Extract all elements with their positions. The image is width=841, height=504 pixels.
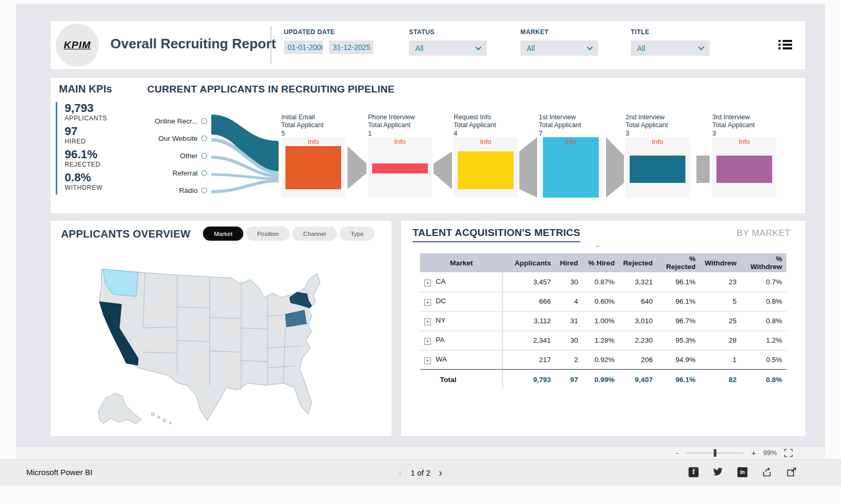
open-in-new-icon[interactable] bbox=[786, 467, 797, 477]
zoom-slider-thumb[interactable] bbox=[714, 449, 716, 457]
node-circle-icon bbox=[201, 170, 207, 176]
tab-market[interactable]: Market bbox=[203, 227, 243, 241]
status-dropdown[interactable]: All bbox=[409, 40, 487, 56]
expand-icon[interactable]: + bbox=[424, 338, 431, 345]
expand-icon[interactable]: + bbox=[424, 299, 431, 306]
tab-position[interactable]: Position bbox=[246, 227, 290, 241]
stage-bar[interactable] bbox=[716, 156, 772, 183]
date-from-input[interactable]: 01-01-2000 bbox=[284, 40, 323, 54]
expand-icon[interactable]: + bbox=[424, 280, 431, 286]
connector-arrow bbox=[519, 137, 537, 198]
prev-page-icon[interactable]: ‹ bbox=[399, 467, 403, 479]
report-canvas: KPIM Overall Recruiting Report UPDATED D… bbox=[16, 4, 825, 446]
expand-icon[interactable]: + bbox=[424, 318, 431, 325]
applicants-overview-panel: APPLICANTS OVERVIEW Market Position Chan… bbox=[50, 221, 392, 436]
info-link[interactable]: Info bbox=[625, 138, 690, 146]
kpi-value-rejected: 96.1% bbox=[65, 148, 107, 161]
kpi-value-applicants: 9,793 bbox=[65, 102, 107, 115]
sankey-source-our-website[interactable]: Our Website bbox=[107, 135, 207, 142]
page-indicator: 1 of 2 bbox=[411, 468, 430, 477]
filter-status: STATUS All bbox=[409, 28, 487, 56]
metrics-table: Market Applicants Hired % Hired Rejected… bbox=[420, 253, 786, 389]
stage-3rd-interview: 3rd Interview Total Applicant 3 Info bbox=[712, 114, 776, 198]
powerbi-brand: Microsoft Power BI bbox=[26, 468, 93, 477]
stage-bar[interactable] bbox=[543, 137, 599, 198]
zoom-slider[interactable] bbox=[686, 452, 744, 454]
sankey-source-online-recruiting[interactable]: Online Recr... bbox=[107, 117, 207, 125]
state-HI bbox=[151, 413, 155, 416]
expand-icon[interactable]: + bbox=[424, 357, 431, 364]
title-value: All bbox=[637, 44, 645, 53]
next-page-icon[interactable]: › bbox=[439, 467, 443, 479]
stage-bar[interactable] bbox=[285, 146, 341, 189]
chevron-down-icon bbox=[587, 44, 592, 50]
sankey-flow-radio bbox=[211, 181, 279, 192]
market-label: MARKET bbox=[520, 28, 598, 36]
info-link[interactable]: Info bbox=[454, 138, 518, 146]
talent-metrics-panel: TALENT ACQUISITION'S METRICS BY MARKET –… bbox=[401, 221, 805, 436]
title-dropdown[interactable]: All bbox=[631, 40, 710, 56]
sankey-source-radio[interactable]: Radio bbox=[107, 187, 207, 194]
kpi-label-withdrew: WITHDREW bbox=[65, 184, 107, 191]
sankey-flows bbox=[208, 110, 282, 202]
table-row: +DC 666 4 0.60% 640 96.1% 5 0.8% bbox=[420, 292, 786, 311]
info-link[interactable]: Info bbox=[281, 138, 345, 146]
metrics-section-title: TALENT ACQUISITION'S METRICS bbox=[413, 227, 580, 242]
logo-text: KPIM bbox=[64, 39, 91, 51]
pipeline-section-title: CURRENT APPLICANTS IN RECRUITING PIPELIN… bbox=[147, 84, 395, 95]
stage-2nd-interview: 2nd Interview Total Applicant 3 Info bbox=[625, 114, 690, 198]
twitter-icon[interactable] bbox=[713, 467, 723, 477]
menu-list-icon[interactable] bbox=[778, 40, 781, 51]
sankey-source-other[interactable]: Other bbox=[107, 152, 207, 160]
tab-type[interactable]: Type bbox=[340, 227, 375, 241]
sankey-source-referral[interactable]: Referral bbox=[107, 169, 207, 177]
page-navigation: ‹ 1 of 2 › bbox=[399, 467, 443, 479]
table-header-row: Market Applicants Hired % Hired Rejected… bbox=[420, 253, 786, 272]
info-link[interactable]: Info bbox=[368, 138, 432, 146]
kpi-label-rejected: REJECTED bbox=[65, 161, 107, 168]
state-HI bbox=[163, 419, 166, 422]
market-dropdown[interactable]: All bbox=[520, 40, 598, 56]
collapse-dash-icon[interactable]: – bbox=[596, 242, 599, 250]
node-circle-icon bbox=[201, 153, 207, 159]
power-bi-report-viewer: KPIM Overall Recruiting Report UPDATED D… bbox=[0, 0, 841, 504]
stage-bar[interactable] bbox=[372, 163, 428, 173]
stage-phone-interview: Phone Interview Total Applicant 1 Info bbox=[368, 114, 432, 198]
facebook-icon[interactable]: f bbox=[689, 467, 699, 477]
info-link[interactable]: Info bbox=[539, 138, 603, 146]
col-pct-rejected: % Rejected bbox=[657, 253, 700, 272]
connector-arrow bbox=[347, 146, 366, 189]
col-hired: Hired bbox=[555, 253, 582, 272]
date-to-input[interactable]: 31-12-2025 bbox=[329, 40, 373, 54]
state-HI bbox=[158, 416, 160, 419]
info-link[interactable]: Info bbox=[712, 138, 776, 146]
node-circle-icon bbox=[201, 188, 207, 193]
report-header-panel: KPIM Overall Recruiting Report UPDATED D… bbox=[50, 21, 805, 69]
viewer-footer: Microsoft Power BI ‹ 1 of 2 › f in bbox=[0, 459, 841, 486]
stage-bar[interactable] bbox=[458, 151, 514, 189]
col-applicants: Applicants bbox=[502, 253, 555, 272]
divider bbox=[271, 26, 271, 64]
status-value: All bbox=[415, 44, 424, 53]
connector-bar bbox=[696, 156, 710, 183]
connector-arrow bbox=[606, 137, 624, 198]
metrics-subtitle: BY MARKET bbox=[737, 228, 791, 239]
state-HI bbox=[169, 422, 171, 424]
stage-bar[interactable] bbox=[630, 156, 685, 183]
linkedin-icon[interactable]: in bbox=[737, 467, 747, 477]
pipeline-panel: MAIN KPIs 9,793 APPLICANTS 97 HIRED 96.1… bbox=[50, 78, 805, 213]
table-total-row: Total 9,793 97 0.99% 9,407 96.1% 82 0.8% bbox=[420, 369, 786, 389]
kpi-value-withdrew: 0.8% bbox=[65, 171, 107, 184]
stage-request-info: Request Info Total Applicant 4 Info bbox=[454, 114, 518, 198]
zoom-in-button[interactable]: + bbox=[751, 449, 756, 457]
node-circle-icon bbox=[201, 118, 207, 124]
fit-to-screen-icon[interactable] bbox=[784, 449, 793, 457]
col-withdrew: Withdrew bbox=[700, 253, 741, 272]
zoom-out-button[interactable]: - bbox=[676, 449, 679, 457]
table-row: +NY 3,112 31 1.00% 3,010 96.7% 25 0.8% bbox=[420, 311, 786, 331]
page-title: Overall Recruiting Report bbox=[110, 36, 276, 52]
share-icon[interactable] bbox=[762, 467, 772, 477]
tab-channel[interactable]: Channel bbox=[292, 227, 337, 241]
title-label: TITLE bbox=[631, 28, 710, 36]
col-market: Market bbox=[420, 253, 502, 272]
